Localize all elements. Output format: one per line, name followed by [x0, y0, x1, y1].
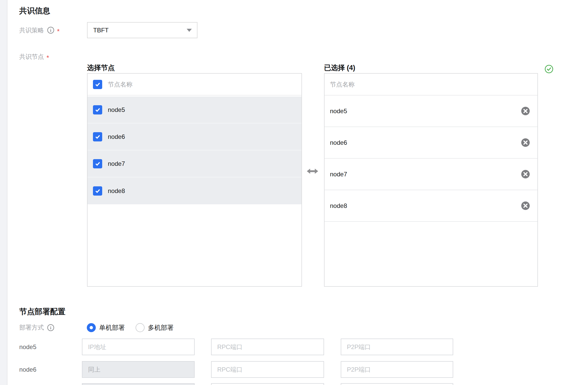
- info-circle-icon[interactable]: i: [47, 324, 54, 331]
- source-column-header: 节点名称: [108, 80, 132, 89]
- strategy-label: 共识策略: [19, 26, 44, 34]
- source-node-row[interactable]: node6: [88, 123, 301, 150]
- strategy-label-row: 共识策略 i *: [19, 22, 60, 38]
- chevron-down-icon: [187, 29, 192, 32]
- circle-x-icon[interactable]: [521, 107, 530, 115]
- radio-option-label: 多机部署: [148, 323, 174, 332]
- node-name-label: node5: [108, 106, 125, 113]
- deploy-node-label: node6: [19, 361, 36, 378]
- consensus-strategy-value: TBFT: [93, 27, 109, 34]
- p2p-port-input[interactable]: [341, 361, 453, 378]
- rpc-port-input[interactable]: [211, 339, 324, 355]
- p2p-port-input[interactable]: [341, 339, 453, 355]
- radio-button-icon[interactable]: [87, 323, 96, 332]
- circle-x-icon[interactable]: [521, 138, 530, 147]
- ip-address-input: [82, 383, 195, 385]
- radio-option-label: 单机部署: [99, 323, 125, 332]
- node-checkbox[interactable]: [93, 132, 102, 141]
- selected-panel-header: 节点名称: [325, 74, 537, 95]
- node-name-label: node5: [330, 108, 347, 115]
- selected-node-row: node6: [325, 127, 537, 159]
- source-node-list: node5node6node7node8: [88, 97, 301, 204]
- selected-node-list: node5node6node7node8: [325, 95, 537, 222]
- method-label-row: 部署方式 i: [19, 322, 54, 333]
- required-mark: *: [57, 28, 60, 35]
- consensus-strategy-select[interactable]: TBFT: [87, 22, 197, 38]
- source-panel-header: 节点名称: [88, 74, 301, 95]
- radio-button-icon[interactable]: [136, 323, 145, 332]
- rpc-port-input[interactable]: [211, 383, 324, 385]
- deploy-node-label: node5: [19, 339, 36, 355]
- node-checkbox[interactable]: [93, 105, 102, 114]
- svg-text:i: i: [50, 325, 51, 330]
- svg-text:i: i: [50, 28, 51, 33]
- method-label: 部署方式: [19, 323, 44, 332]
- required-mark: *: [46, 54, 49, 61]
- selected-column-header: 节点名称: [330, 80, 355, 89]
- left-edge-strip: [0, 0, 7, 385]
- select-all-checkbox[interactable]: [93, 80, 102, 89]
- source-node-row[interactable]: node7: [88, 150, 301, 177]
- deployment-method-option[interactable]: 单机部署: [87, 323, 125, 332]
- node-name-label: node6: [330, 139, 347, 146]
- info-circle-icon[interactable]: i: [47, 26, 54, 34]
- selected-node-panel: 节点名称 node5node6node7node8: [324, 73, 538, 287]
- p2p-port-input[interactable]: [341, 383, 453, 385]
- deployment-method-option[interactable]: 多机部署: [136, 323, 174, 332]
- node-checkbox[interactable]: [93, 159, 102, 168]
- deployment-method-options: 单机部署多机部署: [87, 322, 174, 333]
- node-checkbox[interactable]: [93, 186, 102, 196]
- selected-node-row: node8: [325, 190, 537, 222]
- source-node-panel: 节点名称 node5node6node7node8: [87, 73, 302, 287]
- consensus-section-title: 共识信息: [19, 6, 50, 16]
- circle-x-icon[interactable]: [521, 170, 530, 178]
- circle-x-icon[interactable]: [521, 201, 530, 210]
- green-check-circle-icon: [545, 65, 553, 73]
- selected-node-row: node5: [325, 95, 537, 127]
- node-name-label: node7: [108, 160, 125, 167]
- left-right-arrow-icon: [307, 168, 318, 175]
- source-panel-title: 选择节点: [87, 63, 115, 72]
- node-name-label: node8: [108, 187, 125, 195]
- selected-node-row: node7: [325, 159, 537, 190]
- nodes-label: 共识节点: [19, 53, 44, 61]
- ip-address-input[interactable]: [82, 339, 195, 355]
- deployment-section-title: 节点部署配置: [19, 306, 65, 317]
- rpc-port-input[interactable]: [211, 361, 324, 378]
- node-name-label: node7: [330, 171, 347, 178]
- node-name-label: node8: [330, 202, 347, 209]
- selected-panel-title: 已选择 (4): [324, 63, 355, 72]
- nodes-label-row: 共识节点 *: [19, 49, 49, 65]
- source-node-row[interactable]: node5: [88, 97, 301, 123]
- ip-address-input: [82, 361, 195, 378]
- node-name-label: node6: [108, 133, 125, 140]
- source-node-row[interactable]: node8: [88, 177, 301, 204]
